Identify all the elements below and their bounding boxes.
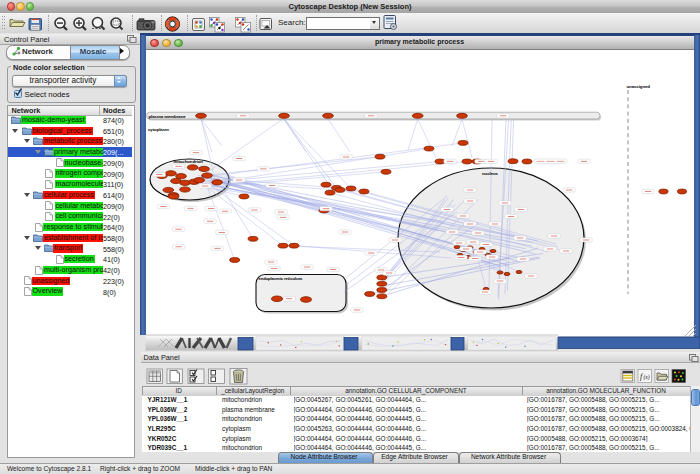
svg-text:endoplasmic reticulum: endoplasmic reticulum bbox=[259, 276, 303, 281]
svg-text:nucleus: nucleus bbox=[482, 171, 499, 176]
svg-text:unassigned: unassigned bbox=[627, 84, 651, 89]
svg-text:cytoplasm: cytoplasm bbox=[148, 127, 169, 132]
svg-text:plasma membrane: plasma membrane bbox=[149, 114, 187, 119]
svg-text:mitochondrion: mitochondrion bbox=[174, 159, 204, 164]
svg-text:(x): (x) bbox=[644, 374, 650, 381]
